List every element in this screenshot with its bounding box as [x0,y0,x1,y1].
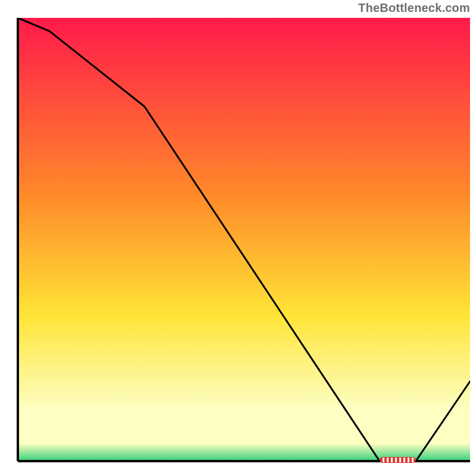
chart-stage: TheBottleneck.com [0,0,476,476]
optimal-range-marker [380,457,416,463]
plot-background [18,18,470,461]
bottleneck-chart [0,0,476,476]
